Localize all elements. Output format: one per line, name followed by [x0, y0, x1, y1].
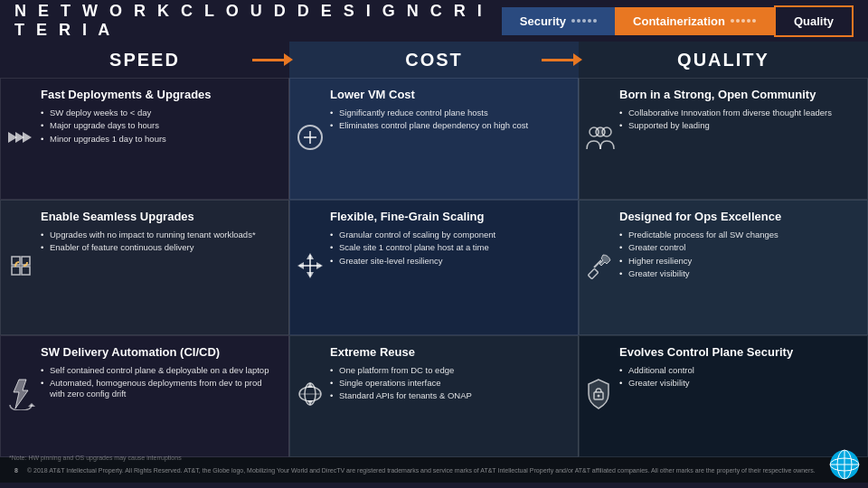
ops-excellence-bullets: Predictable process for all SW changes G… [619, 230, 856, 281]
fast-deployments-title: Fast Deployments & Upgrades [41, 88, 278, 103]
bullet-item: Supported by leading [619, 120, 856, 131]
bullet-item: Greater visibility [619, 268, 856, 279]
control-plane-security-title: Evolves Control Plane Security [619, 345, 856, 361]
cell-extreme-reuse: Extreme Reuse One platform from DC to ed… [289, 335, 579, 457]
cell-seamless-upgrades: Enable Seamless Upgrades Upgrades with n… [0, 200, 289, 335]
dot [577, 19, 580, 23]
bullet-item: Enabler of feature continuous delivery [41, 242, 278, 253]
tab-security-label: Security [520, 14, 566, 28]
extreme-reuse-bullets: One platform from DC to edge Single oper… [330, 365, 567, 404]
tab-containerization-label: Containerization [633, 14, 725, 28]
bullet-item: Collaborative Innovation from diverse th… [619, 108, 856, 118]
bullet-item: Automated, homogenous deployments from d… [41, 378, 278, 400]
page-title: N E T W O R K C L O U D D E S I G N C R … [14, 2, 502, 40]
arrow-head [573, 53, 582, 66]
dot [582, 19, 586, 23]
svg-marker-15 [307, 272, 314, 278]
dot [741, 19, 745, 23]
att-logo [828, 448, 861, 481]
bullet-item: Granular control of scaling by component [330, 230, 567, 240]
people-group-icon [585, 124, 616, 155]
bullet-item: Higher resiliency [619, 256, 856, 267]
dot [731, 19, 734, 23]
svg-point-8 [596, 127, 605, 136]
arrows-bidirectional-icon [296, 251, 325, 284]
dot [588, 19, 591, 23]
flexible-scaling-bullets: Granular control of scaling by component… [330, 230, 567, 268]
svg-rect-10 [22, 257, 30, 265]
section-header-quality: QUALITY [579, 42, 868, 78]
ops-excellence-title: Designed for Ops Excellence [619, 210, 856, 225]
bullet-item: One platform from DC to edge [330, 365, 567, 376]
tab-quality-label: Quality [794, 14, 834, 28]
svg-marker-2 [23, 132, 32, 143]
bullet-item: Minor upgrades 1 day to hours [41, 134, 278, 145]
bullet-item: SW deploy weeks to < day [41, 108, 278, 118]
svg-marker-21 [28, 403, 35, 407]
cell-open-community: Born in a Strong, Open Community Collabo… [579, 78, 868, 200]
cicd-bullets: Self contained control plane & deployabl… [41, 365, 278, 402]
lightning-refresh-icon [6, 378, 35, 414]
bullet-item: Additional control [619, 365, 856, 376]
bullet-item: Greater control [619, 242, 856, 253]
extreme-reuse-title: Extreme Reuse [330, 345, 567, 361]
dot [736, 19, 740, 23]
lower-vm-cost-bullets: Significantly reduce control plane hosts… [330, 108, 567, 134]
cell-flexible-scaling: Flexible, Fine-Grain Scaling Granular co… [289, 200, 579, 335]
speed-arrow [252, 53, 293, 66]
lock-shield-icon [585, 378, 612, 414]
bullet-item: Upgrades with no impact to running tenan… [41, 230, 278, 240]
tab-dots-security [571, 19, 597, 23]
cell-lower-vm-cost: Lower VM Cost Significantly reduce contr… [289, 78, 579, 200]
circle-plus-icon [296, 123, 325, 155]
header: N E T W O R K C L O U D D E S I G N C R … [0, 0, 868, 42]
dot [571, 19, 575, 23]
fast-deployments-bullets: SW deploy weeks to < day Major upgrade d… [41, 108, 278, 146]
double-arrow-icon [6, 123, 35, 155]
tab-containerization[interactable]: Containerization [615, 7, 774, 35]
section-headers: SPEED COST QUALITY [0, 42, 868, 78]
dot [752, 19, 756, 23]
svg-marker-17 [297, 262, 304, 269]
bullet-item: Eliminates control plane dependency on h… [330, 120, 567, 131]
arrow-head [284, 53, 293, 66]
lower-vm-cost-title: Lower VM Cost [330, 88, 567, 103]
bullet-item: Major upgrade days to hours [41, 120, 278, 131]
tab-dots-containerization [731, 19, 756, 23]
cell-fast-deployments: Fast Deployments & Upgrades SW deploy we… [0, 78, 289, 200]
section-header-cost: COST [289, 42, 579, 78]
svg-marker-14 [307, 253, 314, 259]
cost-label: COST [405, 50, 463, 70]
cicd-title: SW Delivery Automation (CI/CD) [41, 345, 278, 361]
seamless-upgrades-title: Enable Seamless Upgrades [41, 210, 278, 225]
bullet-item: Self contained control plane & deployabl… [41, 365, 278, 376]
footnote-text: *Note: HW pinning and OS upgrades may ca… [9, 454, 280, 463]
bullet-item: Standard APIs for tenants & ONAP [330, 390, 567, 401]
svg-rect-12 [22, 267, 30, 275]
tab-bar: Security Containerization Quality [502, 5, 854, 37]
svg-rect-11 [12, 267, 20, 275]
bullet-item: Greater visibility [619, 378, 856, 389]
page-number: 8 [14, 467, 18, 474]
svg-rect-20 [588, 268, 598, 278]
arrow-line [542, 59, 573, 61]
open-community-bullets: Collaborative Innovation from diverse th… [619, 108, 856, 134]
bullet-item: Significantly reduce control plane hosts [330, 108, 567, 118]
control-plane-security-bullets: Additional control Greater visibility [619, 365, 856, 391]
seamless-upgrades-bullets: Upgrades with no impact to running tenan… [41, 230, 278, 256]
bullet-item: Single operations interface [330, 378, 567, 389]
speed-label: SPEED [109, 50, 180, 70]
content-grid: Fast Deployments & Upgrades SW deploy we… [0, 78, 868, 457]
section-header-speed: SPEED [0, 42, 289, 78]
bullet-item: Greater site-level resiliency [330, 256, 567, 267]
cell-control-plane-security: Evolves Control Plane Security Additiona… [579, 335, 868, 457]
arrow-line [252, 59, 284, 61]
cost-arrow [542, 53, 582, 66]
tab-quality[interactable]: Quality [774, 5, 854, 37]
bullet-item: Scale site 1 control plane host at a tim… [330, 242, 567, 253]
bullet-item: Predictable process for all SW changes [619, 230, 856, 240]
dot [747, 19, 750, 23]
flexible-scaling-title: Flexible, Fine-Grain Scaling [330, 210, 567, 225]
tab-security[interactable]: Security [502, 7, 615, 35]
refresh-arrows-icon [6, 251, 35, 284]
